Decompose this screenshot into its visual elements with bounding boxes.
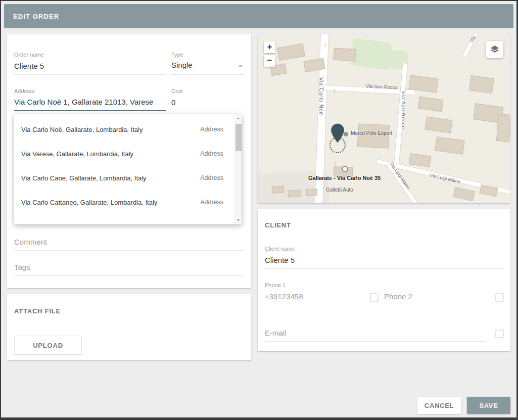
- client-name-label: Client name: [265, 246, 295, 252]
- map-building: [418, 97, 444, 112]
- address-input[interactable]: [14, 97, 166, 111]
- map-building: [425, 117, 452, 133]
- client-card: CLIENT Client name Phone 1: [258, 209, 510, 351]
- map-building: [272, 186, 284, 194]
- chevron-down-icon: [238, 65, 243, 68]
- save-button[interactable]: SAVE: [467, 397, 510, 414]
- type-select-value: Single: [171, 61, 193, 69]
- phone2-checkbox[interactable]: [495, 293, 504, 302]
- oneway-arrow-icon: ↑: [333, 87, 336, 95]
- phone1-input[interactable]: [265, 291, 365, 305]
- phone2-input[interactable]: [384, 291, 490, 305]
- address-label: Address: [14, 88, 34, 94]
- suggestion-type: Address: [200, 150, 223, 157]
- map-green-area: [350, 38, 393, 70]
- zoom-out-button[interactable]: −: [264, 55, 275, 67]
- poi-gallotti-label: Gallotti Auto: [326, 187, 353, 193]
- map-pin-icon[interactable]: [331, 123, 345, 144]
- type-label: Type: [171, 52, 183, 58]
- map-building: [306, 189, 317, 196]
- map[interactable]: ↑ ↑ ↑ Via Carlo Noè Via San Rocco Via Sa…: [258, 34, 510, 203]
- upload-button-label: UPLOAD: [33, 342, 63, 349]
- address-suggestions-dropdown: Via Carlo Noè, Gallarate, Lombardia, Ita…: [14, 114, 242, 224]
- upload-button[interactable]: UPLOAD: [14, 336, 82, 355]
- order-form-card: Order name Type Single Address Cost Via …: [7, 34, 251, 288]
- cost-label: Cost: [171, 88, 183, 94]
- address-suggestion[interactable]: Via Carlo Cane, Gallarate, Lombardia, It…: [14, 166, 234, 190]
- address-suggestion[interactable]: Via Carlo Cattaneo, Gallarate, Lombardia…: [14, 190, 234, 214]
- suggestion-type: Address: [200, 126, 223, 133]
- street-label-san-rocco-2: Via San Rocco: [401, 91, 406, 129]
- layers-button[interactable]: [486, 41, 503, 58]
- map-building: [453, 187, 475, 201]
- cancel-button-label: CANCEL: [425, 402, 454, 409]
- zoom-in-button[interactable]: +: [264, 41, 275, 53]
- suggestion-type: Address: [200, 174, 223, 181]
- dialog-title: EDIT ORDER: [13, 13, 59, 20]
- street-label-carlo-noe: Via Carlo Noè: [318, 77, 324, 115]
- client-name-input[interactable]: [265, 255, 503, 269]
- email-input[interactable]: [265, 328, 485, 342]
- save-button-label: SAVE: [479, 402, 498, 409]
- address-suggestion[interactable]: Via Varese, Gallarate, Lombardia, Italy …: [14, 142, 234, 166]
- map-building: [333, 48, 356, 61]
- tags-input[interactable]: [14, 262, 244, 276]
- poi-marco-polo-label: Marco Polo Expert: [351, 130, 392, 136]
- order-name-label: Order name: [14, 52, 44, 58]
- map-building: [469, 75, 494, 94]
- attach-file-title: ATTACH FILE: [14, 307, 61, 315]
- order-name-input[interactable]: [14, 61, 166, 75]
- map-building: [435, 136, 464, 155]
- suggestions-scrollbar[interactable]: ▲ ▼: [234, 114, 242, 224]
- phone1-label: Phone 1: [265, 282, 286, 288]
- map-building: [357, 123, 390, 148]
- suggestion-text: Via Carlo Noè, Gallarate, Lombardia, Ita…: [21, 126, 143, 133]
- map-building: [496, 114, 510, 142]
- map-building: [409, 153, 432, 167]
- marker-caption: Gallarate - Via Carlo Noè 35: [308, 175, 381, 181]
- suggestion-text: Via Carlo Cane, Gallarate, Lombardia, It…: [21, 174, 147, 182]
- attach-file-card: ATTACH FILE UPLOAD: [7, 294, 251, 360]
- poi-icon: [342, 166, 348, 172]
- phone1-checkbox[interactable]: [370, 293, 379, 302]
- cancel-button[interactable]: CANCEL: [417, 397, 461, 414]
- suggestion-text: Via Varese, Gallarate, Lombardia, Italy: [21, 150, 133, 158]
- map-building: [288, 190, 301, 198]
- scroll-down-icon[interactable]: ▼: [235, 216, 242, 224]
- email-checkbox[interactable]: [495, 330, 504, 338]
- scroll-up-icon[interactable]: ▲: [235, 114, 242, 122]
- suggestion-text: Via Carlo Cattaneo, Gallarate, Lombardia…: [21, 199, 157, 206]
- layers-icon: [490, 44, 500, 55]
- cost-input[interactable]: [171, 97, 244, 111]
- oneway-arrow-icon: ↑: [323, 41, 327, 49]
- map-building: [277, 43, 305, 61]
- type-select[interactable]: Single: [171, 61, 244, 75]
- scrollbar-thumb[interactable]: [236, 124, 242, 151]
- edit-order-dialog: EDIT ORDER Order name Type Single Addres…: [0, 0, 518, 420]
- client-title: CLIENT: [265, 221, 291, 229]
- oneway-arrow-icon: ↑: [334, 160, 338, 167]
- address-suggestion[interactable]: Via Carlo Noè, Gallarate, Lombardia, Ita…: [14, 117, 234, 142]
- suggestion-type: Address: [200, 199, 223, 206]
- comment-input[interactable]: [14, 237, 244, 251]
- dialog-header: EDIT ORDER: [4, 4, 513, 28]
